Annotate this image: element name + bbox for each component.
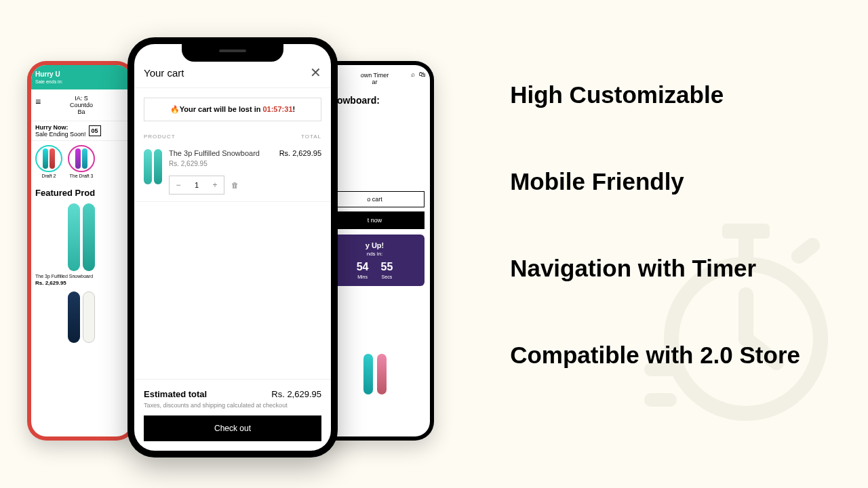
cart-warning: 🔥Your cart will be lost in 01:57:31!	[144, 98, 321, 121]
qty-value: 1	[187, 181, 206, 189]
cart-product-price: Rs. 2,629.95	[169, 160, 273, 167]
feature-item: Navigation with Timer	[510, 255, 800, 282]
product-card[interactable]: The 3p Fulfilled Snowboard Rs. 2,629.95	[31, 201, 132, 346]
estimated-label: Estimated total	[144, 389, 207, 399]
banner-subtitle: Sale ends in:	[35, 79, 127, 84]
timer-secs: 55	[381, 261, 393, 273]
cart-footer: Estimated total Rs. 2,629.95 Taxes, disc…	[134, 379, 331, 451]
cart-table-header: PRODUCT TOTAL	[134, 131, 331, 142]
store-header: ≡ IA: S Countdo Ba	[31, 89, 132, 121]
banner-title: Hurry U	[35, 70, 127, 78]
qty-plus-button[interactable]: +	[206, 176, 224, 194]
trash-icon[interactable]: 🗑︎	[231, 181, 239, 189]
feature-list: High Customizable Mobile Friendly Naviga…	[510, 81, 800, 369]
sale-banner: Hurry U Sale ends in:	[31, 65, 132, 89]
countdown-widget: y Up! nds in: 54 Mins 55 Secs	[325, 235, 425, 286]
feature-item: High Customizable	[510, 81, 800, 108]
buy-now-button[interactable]: t now	[325, 211, 425, 229]
menu-icon[interactable]: ≡	[35, 96, 41, 107]
warning-time: 01:57:31	[262, 105, 292, 113]
phone-mockup-center: Your cart ✕ 🔥Your cart will be lost in 0…	[127, 37, 338, 458]
cart-title: Your cart	[144, 67, 184, 79]
featured-heading: Featured Prod	[31, 182, 132, 201]
qty-minus-button[interactable]: −	[170, 176, 187, 194]
close-icon[interactable]: ✕	[310, 64, 321, 81]
feature-item: Compatible with 2.0 Store	[510, 342, 800, 369]
search-icon[interactable]: ⌕	[411, 70, 415, 78]
line-total: Rs. 2,629.95	[279, 149, 321, 195]
product-thumb[interactable]	[144, 149, 162, 195]
draft-item[interactable]: Draft 2	[35, 145, 62, 178]
svg-line-2	[799, 245, 812, 256]
draft-circles: Draft 2 The Draft 3	[31, 141, 132, 182]
cart-icon[interactable]: 🛍︎	[419, 70, 426, 78]
cart-line-item: The 3p Fulfilled Snowboard Rs. 2,629.95 …	[134, 142, 331, 202]
feature-item: Mobile Friendly	[510, 168, 800, 195]
svg-rect-7	[644, 393, 677, 407]
countdown-box: 05	[89, 125, 101, 136]
timer-mins: 54	[357, 261, 369, 273]
cart-product-name: The 3p Fulfilled Snowboard	[169, 149, 273, 157]
draft-item[interactable]: The Draft 3	[68, 145, 95, 178]
add-to-cart-button[interactable]: o cart	[325, 191, 425, 207]
estimated-value: Rs. 2,629.95	[271, 389, 321, 399]
hurry-bar: Hurry Now: Sale Ending Soon! 05	[31, 121, 132, 141]
quantity-stepper: − 1 +	[169, 176, 224, 195]
phone-mockup-left: Hurry U Sale ends in: ≡ IA: S Countdo Ba…	[27, 61, 136, 441]
taxes-note: Taxes, discounts and shipping calculated…	[144, 402, 321, 409]
checkout-button[interactable]: Check out	[144, 415, 321, 441]
